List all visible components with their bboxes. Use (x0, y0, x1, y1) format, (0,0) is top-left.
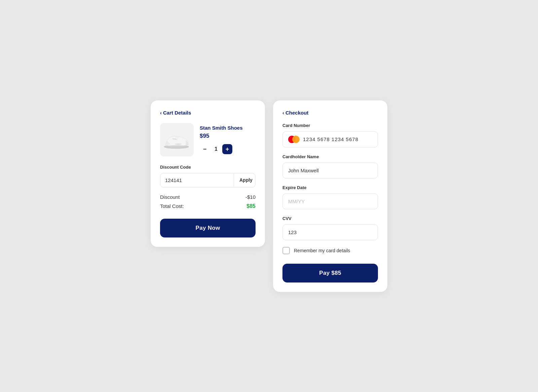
mc-orange-circle (292, 136, 300, 143)
checkout-back-chevron: ‹ (282, 110, 284, 116)
cart-back-chevron: ‹ (160, 110, 162, 116)
discount-code-input[interactable] (160, 173, 234, 187)
expire-date-label: Expire Date (282, 185, 378, 190)
cvv-label: CVV (282, 216, 378, 221)
checkout-card: ‹ Checkout Card Number 1234 5678 1234 56… (273, 100, 387, 292)
checkout-back-label: Checkout (285, 110, 308, 116)
svg-point-4 (165, 146, 188, 147)
product-price: $95 (200, 133, 256, 139)
product-name: Stan Smith Shoes (200, 125, 256, 131)
apply-discount-button[interactable]: Apply (234, 173, 256, 187)
discount-row-label: Discount (160, 194, 180, 200)
quantity-control: − 1 + (200, 144, 256, 154)
remember-row: Remember my card details (282, 247, 378, 254)
cart-card: ‹ Cart Details (151, 100, 265, 247)
cvv-input[interactable] (282, 224, 378, 240)
mastercard-icon (288, 136, 300, 143)
checkout-pay-button[interactable]: Pay $85 (282, 264, 378, 282)
cardholder-name-group: Cardholder Name (282, 154, 378, 178)
total-row-value: $85 (246, 203, 256, 209)
total-row-label: Total Cost: (160, 203, 184, 209)
quantity-increase-button[interactable]: + (222, 144, 232, 154)
remember-checkbox[interactable] (282, 247, 290, 254)
card-number-label: Card Number (282, 123, 378, 128)
cardholder-name-input[interactable] (282, 163, 378, 178)
remember-label: Remember my card details (294, 248, 350, 253)
product-image-box (160, 123, 194, 157)
expire-date-group: Expire Date (282, 185, 378, 209)
discount-row: Discount -$10 (160, 194, 256, 200)
checkout-back-link[interactable]: ‹ Checkout (282, 110, 378, 116)
card-number-group: Card Number 1234 5678 1234 5678 (282, 123, 378, 147)
expire-date-input[interactable] (282, 193, 378, 209)
card-number-input-row[interactable]: 1234 5678 1234 5678 (282, 131, 378, 147)
cart-pay-button[interactable]: Pay Now (160, 219, 256, 237)
summary-section: Discount -$10 Total Cost: $85 (160, 194, 256, 209)
product-info: Stan Smith Shoes $95 − 1 + (200, 125, 256, 154)
total-row: Total Cost: $85 (160, 203, 256, 209)
discount-section: Discount Code Apply (160, 165, 256, 187)
discount-row-value: -$10 (245, 194, 256, 200)
quantity-value: 1 (215, 146, 218, 152)
page-container: ‹ Cart Details (151, 100, 387, 292)
cart-back-link[interactable]: ‹ Cart Details (160, 110, 256, 116)
shoe-image (162, 128, 192, 151)
discount-label: Discount Code (160, 165, 256, 170)
card-number-value: 1234 5678 1234 5678 (303, 136, 358, 142)
cardholder-name-label: Cardholder Name (282, 154, 378, 159)
cvv-group: CVV (282, 216, 378, 240)
quantity-decrease-button[interactable]: − (200, 144, 210, 154)
product-row: Stan Smith Shoes $95 − 1 + (160, 123, 256, 157)
cart-back-label: Cart Details (163, 110, 191, 116)
discount-input-row: Apply (160, 173, 256, 187)
